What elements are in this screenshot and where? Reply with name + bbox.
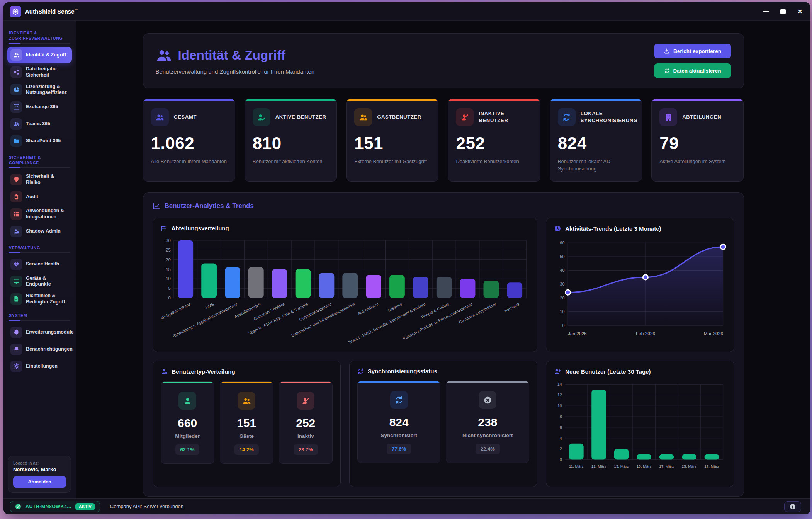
sidebar-item[interactable]: Dateifreigabe Sicherheit (7, 64, 72, 80)
refresh-data-button[interactable]: Daten aktualisieren (654, 63, 731, 78)
user-check-icon (253, 108, 270, 126)
sidebar-item[interactable]: Einstellungen (7, 358, 72, 374)
sidebar-item-label: Service Health (26, 261, 69, 267)
stat-card: AKTIVE BENUTZER 810 Benutzer mit aktivie… (245, 99, 337, 182)
svg-text:14: 14 (557, 382, 562, 386)
mini-accent-bar (279, 382, 332, 383)
svg-text:Systeme: Systeme (387, 302, 403, 313)
page-header-text: Identität & Zugriff Benutzerverwaltung u… (156, 47, 315, 75)
mini-value: 660 (164, 417, 211, 430)
svg-text:2: 2 (560, 447, 562, 451)
gear-icon (10, 361, 22, 372)
sidebar-item[interactable]: Richtlinien & Bedingter Zugriff (7, 291, 72, 307)
svg-text:8: 8 (560, 414, 562, 419)
svg-text:Mar 2026: Mar 2026 (704, 331, 723, 336)
sidebar-item[interactable]: Erweiterungsmodule (7, 324, 72, 340)
page-title: Identität & Zugriff (178, 48, 286, 63)
analytics-section-title: Benutzer-Analytics & Trends (153, 202, 734, 210)
user-x-icon (297, 392, 314, 410)
sidebar-item[interactable]: SharePoint 365 (7, 133, 72, 149)
mini-accent-bar (161, 382, 214, 383)
stat-accent-bar (245, 99, 336, 101)
refresh-icon (664, 68, 670, 74)
stat-label: LOKALE SYNCHRONISIERUNG (581, 110, 638, 124)
sidebar-item-label: Lizenzierung & Nutzungseffizienz (26, 84, 69, 96)
stat-description: Aktive Abteilungen im System (659, 158, 736, 165)
main-scroll-area[interactable]: Identität & Zugriff Benutzerverwaltung u… (76, 21, 810, 498)
users-icon (354, 108, 372, 126)
sidebar-item[interactable]: Teams 365 (7, 116, 72, 132)
svg-text:10: 10 (166, 276, 171, 281)
sidebar-item-label: Einstellungen (26, 363, 69, 369)
mini-value: 252 (282, 417, 329, 430)
svg-text:0: 0 (168, 296, 170, 300)
sidebar-item[interactable]: Audit (7, 189, 72, 205)
puzzle-icon (10, 327, 22, 338)
minimize-icon[interactable] (763, 8, 770, 15)
svg-text:Feb 2026: Feb 2026 (636, 331, 655, 336)
user-box: Logged in as: Nerskovic, Marko Abmelden (8, 456, 71, 493)
mini-value: 238 (449, 416, 526, 429)
new-users-chart: 0246810121411. März12. März13. März16. M… (554, 380, 726, 480)
window-controls (763, 8, 804, 15)
chart-icon (10, 101, 22, 113)
svg-text:Team I - EWO, Gewerbe, Standes: Team I - EWO, Gewerbe, Standesamt & Wahl… (348, 302, 426, 345)
grid-icon (10, 208, 22, 220)
svg-text:25: 25 (166, 247, 171, 252)
svg-text:Jan 2026: Jan 2026 (568, 331, 587, 336)
svg-text:20: 20 (166, 257, 171, 262)
user-icon (178, 392, 196, 410)
mini-stat-card: 660 Mitglieder 62.1% (161, 381, 214, 464)
mini-accent-bar (220, 382, 273, 383)
mini-value: 824 (361, 416, 437, 429)
sidebar-item[interactable]: Geräte & Endpunkte (7, 273, 72, 290)
sync-status-card: Synchronisierungsstatus 824 Synchronisie… (349, 361, 537, 487)
monitor-icon (10, 276, 22, 287)
svg-text:15: 15 (166, 267, 171, 271)
svg-text:20: 20 (560, 295, 565, 300)
sidebar-section-label: SYSTEM (9, 313, 70, 321)
logged-in-label: Logged in as: (13, 461, 66, 465)
sidebar-item[interactable]: Lizenzierung & Nutzungseffizienz (7, 82, 72, 98)
check-circle-icon (15, 503, 22, 510)
sidebar-item-label: Sicherheit & Risiko (26, 174, 69, 185)
stat-value: 79 (659, 134, 736, 153)
sidebar-item[interactable]: Exchange 365 (7, 99, 72, 115)
sidebar-item[interactable]: Identität & Zugriff (7, 47, 72, 63)
page-header-card: Identität & Zugriff Benutzerverwaltung u… (143, 33, 744, 88)
sidebar-item[interactable]: Shadow Admin (7, 223, 72, 240)
sync-status-grid: 824 Synchronisiert 77.6% 238 Nicht synch… (357, 381, 529, 463)
new-users-card: Neue Benutzer (Letzte 30 Tage) 024681012… (546, 361, 734, 487)
mini-label: Inaktiv (282, 433, 329, 439)
svg-text:5: 5 (168, 286, 170, 291)
logout-button[interactable]: Abmelden (13, 476, 66, 488)
stat-accent-bar (550, 99, 642, 101)
stat-card: GASTBENUTZER 151 Externe Benutzer mit Ga… (346, 99, 438, 182)
svg-text:12: 12 (557, 393, 562, 397)
stat-accent-bar (448, 99, 540, 101)
stat-card: LOKALE SYNCHRONISIERUNG 824 Benutzer mit… (550, 99, 642, 182)
export-report-button[interactable]: Bericht exportieren (654, 44, 731, 58)
sidebar-item[interactable]: Anwendungen & Integrationen (7, 206, 72, 222)
bell-icon (10, 344, 22, 355)
close-icon[interactable] (797, 8, 804, 15)
download-icon (664, 48, 670, 54)
sidebar-item-label: Teams 365 (26, 121, 69, 127)
sidebar-nav[interactable]: IDENTITÄT & ZUGRIFFSVERWALTUNGIdentität … (3, 21, 76, 452)
stat-description: Benutzer mit lokaler AD-Synchronisierung (558, 158, 634, 173)
svg-text:10: 10 (557, 403, 562, 408)
tenant-status-chip[interactable]: AUTH-MN8OWK4... AKTIV (10, 501, 100, 512)
stat-description: Externe Benutzer mit Gastzugriff (354, 158, 430, 165)
svg-text:50: 50 (560, 254, 565, 259)
sidebar-item[interactable]: Benachrichtigungen1 (7, 341, 72, 357)
sidebar-item[interactable]: Sicherheit & Risiko (7, 171, 72, 188)
info-button[interactable] (784, 501, 801, 512)
sidebar-item[interactable]: Service Health (7, 256, 72, 272)
mini-percent-chip: 14.2% (234, 444, 259, 455)
users-icon (151, 108, 169, 126)
department-distribution-chart: 051015202530ERP-System InfomaDMSEntwickl… (161, 237, 530, 345)
tenant-active-badge: AKTIV (75, 503, 95, 510)
activity-trends-chart: 0102030405060Jan 2026Feb 2026Mar 2026 (554, 237, 726, 344)
maximize-icon[interactable] (780, 8, 787, 15)
stat-label: ABTEILUNGEN (682, 114, 721, 121)
